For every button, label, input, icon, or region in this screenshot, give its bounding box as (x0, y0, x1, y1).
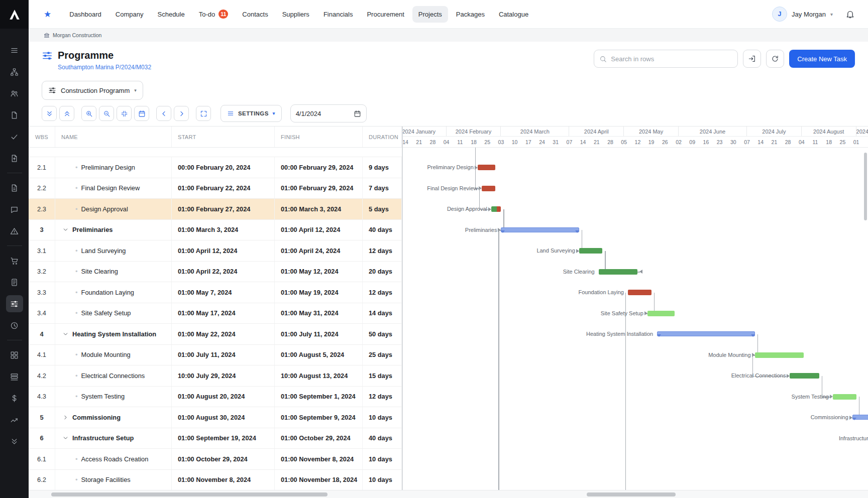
gantt-vertical-scrollbar[interactable] (864, 153, 867, 220)
gantt-bar[interactable] (478, 165, 495, 170)
cart-icon[interactable] (6, 252, 23, 269)
table-row[interactable]: 6.1•Access Roads Creation01:00 October 2… (29, 449, 402, 470)
gantt-summary-bar[interactable] (852, 415, 868, 420)
name-cell: Heating System Installation (55, 324, 172, 344)
gantt-bar[interactable] (790, 373, 819, 379)
table-horizontal-scrollbar[interactable] (51, 492, 328, 496)
table-row[interactable]: 3.3•Foundation Laying01:00 May 7, 202401… (29, 282, 402, 303)
sitemap-icon[interactable] (6, 63, 23, 80)
avatar[interactable]: J (772, 7, 787, 22)
timeline-week-tick: 02 (673, 137, 685, 147)
refresh-button[interactable] (766, 50, 784, 68)
create-new-task-button[interactable]: Create New Task (789, 50, 855, 68)
chat-icon[interactable] (6, 201, 23, 218)
nav-item-packages[interactable]: Packages (450, 6, 491, 23)
collapse-toggle-icon[interactable] (62, 435, 69, 441)
gantt-bar[interactable] (599, 269, 638, 275)
table-row[interactable]: 3.2•Site Clearing01:00 April 22, 202401:… (29, 262, 402, 283)
programme-view-selector[interactable]: Construction Programm ▾ (42, 81, 143, 100)
check-icon[interactable] (6, 128, 23, 145)
project-link[interactable]: Southampton Marina P/2024/M032 (58, 64, 151, 71)
notifications-bell-icon[interactable] (845, 10, 855, 19)
gantt-summary-bar[interactable] (501, 227, 579, 232)
chevron-right-button[interactable] (174, 106, 189, 121)
gantt-summary-bar[interactable] (657, 331, 754, 336)
table-row[interactable]: 3Preliminaries01:00 March 3, 202401:00 A… (29, 220, 402, 241)
export-button[interactable] (743, 50, 761, 68)
search-input[interactable] (611, 55, 732, 63)
wbs-cell: 3 (29, 220, 55, 240)
nav-item-company[interactable]: Company (110, 6, 150, 23)
invoice-icon[interactable] (6, 274, 23, 291)
collapse-toggle-icon[interactable] (62, 331, 69, 337)
nav-item-procurement[interactable]: Procurement (361, 6, 410, 23)
timeline-week-tick: 10 (509, 137, 521, 147)
people-icon[interactable] (6, 85, 23, 102)
file-icon[interactable] (6, 179, 23, 196)
table-row[interactable]: 2.3•Design Approval01:00 February 27, 20… (29, 199, 402, 220)
chevrons-down-button[interactable] (42, 106, 57, 121)
rows-icon[interactable] (6, 368, 23, 385)
duration-cell: 15 days (363, 365, 402, 386)
settings-button[interactable]: SETTINGS ▾ (221, 105, 282, 122)
bullet-icon: • (75, 247, 78, 255)
gantt-bar-label: Preliminary Design (403, 164, 474, 170)
table-row[interactable]: 2.2•Final Design Review01:00 February 22… (29, 178, 402, 199)
trend-icon[interactable] (6, 411, 23, 428)
document-icon[interactable] (6, 106, 23, 123)
collapse-toggle-icon[interactable] (62, 226, 69, 233)
gantt-bar[interactable] (755, 352, 804, 358)
clock-icon[interactable] (6, 317, 23, 334)
nav-item-to-do[interactable]: To-do11 (193, 5, 235, 23)
compress-button[interactable] (117, 106, 132, 121)
gantt-bar[interactable] (833, 394, 856, 400)
gantt-bar[interactable] (482, 186, 495, 191)
task-table: WBSNAMESTARTFINISHDURATION 2.1•Prelimina… (29, 127, 402, 490)
fullscreen-button[interactable] (196, 106, 211, 121)
favorites-star-icon[interactable]: ★ (44, 9, 51, 20)
gantt-bar-label: Land Surveying (450, 247, 575, 254)
finish-cell: 01:00 May 12, 2024 (275, 262, 363, 282)
user-name[interactable]: Jay Morgan (792, 11, 826, 18)
chevron-left-button[interactable] (156, 106, 171, 121)
chevrons-up-button[interactable] (59, 106, 74, 121)
dollar-icon[interactable] (6, 390, 23, 407)
nav-item-dashboard[interactable]: Dashboard (63, 6, 107, 23)
nav-item-projects[interactable]: Projects (412, 6, 448, 23)
chevrons-down-icon[interactable] (6, 433, 23, 450)
table-row[interactable]: 3.1•Land Surveying01:00 April 12, 202401… (29, 240, 402, 262)
table-row[interactable]: 2.1•Preliminary Design00:00 February 20,… (29, 157, 402, 178)
table-row[interactable]: 4.1•Module Mounting01:00 July 11, 202401… (29, 345, 402, 366)
calendar-button[interactable] (134, 106, 149, 121)
nav-item-contacts[interactable]: Contacts (236, 6, 274, 23)
app-logo[interactable] (0, 0, 29, 29)
expand-toggle-icon[interactable] (62, 414, 69, 421)
gantt-icon[interactable] (6, 295, 23, 312)
nav-item-financials[interactable]: Financials (317, 6, 359, 23)
table-row[interactable]: 4.2•Electrical Connections10:00 July 29,… (29, 365, 402, 387)
nav-item-label: Company (116, 11, 144, 18)
zoom-in-button[interactable] (81, 106, 96, 121)
table-row[interactable]: 5Commissioning01:00 August 30, 202401:00… (29, 407, 402, 428)
table-row[interactable]: 3.4•Site Safety Setup01:00 May 17, 20240… (29, 303, 402, 324)
grid-icon[interactable] (6, 346, 23, 363)
gantt-bar[interactable] (647, 311, 675, 316)
table-row[interactable]: 4Heating System Installation01:00 May 22… (29, 324, 402, 345)
table-row[interactable]: 6.2•Storage Facilities01:00 November 8, … (29, 470, 402, 490)
gantt-bar[interactable] (628, 290, 652, 295)
nav-item-suppliers[interactable]: Suppliers (276, 6, 315, 23)
nav-item-schedule[interactable]: Schedule (152, 6, 191, 23)
list-icon[interactable] (6, 42, 23, 59)
gantt-horizontal-scrollbar[interactable] (587, 492, 676, 496)
breadcrumb-label[interactable]: Morgan Construction (53, 32, 101, 38)
date-input[interactable]: 4/1/2024 (290, 104, 367, 122)
warning-icon[interactable] (6, 222, 23, 239)
table-row[interactable]: 6Infrastructure Setup01:00 September 19,… (29, 428, 402, 449)
file-export-icon[interactable] (6, 150, 23, 167)
table-row[interactable]: 4.3•System Testing01:00 August 20, 20240… (29, 387, 402, 408)
timeline-week-tick: 03 (495, 137, 507, 147)
nav-item-catalogue[interactable]: Catalogue (493, 6, 534, 23)
zoom-out-button[interactable] (99, 106, 114, 121)
gantt-bar[interactable] (491, 206, 501, 212)
gantt-bar[interactable] (579, 248, 603, 254)
